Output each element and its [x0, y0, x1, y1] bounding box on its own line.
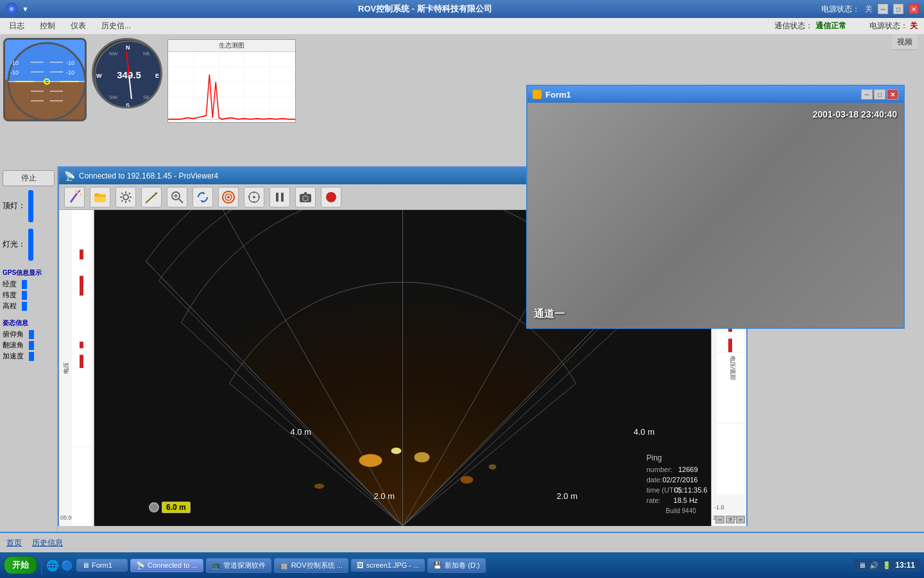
menu-instruments[interactable]: 仪表: [68, 19, 89, 33]
form1-max-btn[interactable]: □: [874, 89, 886, 100]
taskbar: 开始 🌐 🔵 🖥 Form1 📡 Connected to ... 📺 管道探测…: [0, 552, 924, 578]
menu-control[interactable]: 控制: [37, 19, 58, 33]
browser-icon[interactable]: 🔵: [61, 559, 74, 572]
menu-history[interactable]: 历史信...: [99, 19, 133, 33]
top-light-row: 顶灯：: [3, 189, 55, 222]
toolbar-pause-icon[interactable]: [270, 187, 290, 207]
toolbar-folder-icon[interactable]: [90, 187, 110, 207]
accel-row: 加速度: [3, 351, 55, 361]
power-status-value: 关: [865, 4, 873, 15]
svg-text:4.0 m: 4.0 m: [634, 427, 655, 437]
svg-text:12669: 12669: [678, 466, 698, 473]
power-status-menu: 电源状态： 关: [869, 21, 918, 31]
form1-min-btn[interactable]: ─: [861, 89, 873, 100]
longitude-label: 经度: [3, 279, 17, 289]
svg-text:E: E: [155, 73, 159, 79]
bottom-section: 首页 历史信息: [0, 532, 924, 552]
toolbar-crosshair-icon[interactable]: [244, 187, 264, 207]
title-bar-right: 电源状态： 关 ─ □ ✕: [821, 4, 919, 15]
toolbar-measure-icon[interactable]: [141, 187, 162, 207]
accel-label: 加速度: [3, 351, 24, 361]
svg-text:SE: SE: [143, 94, 150, 100]
svg-point-93: [461, 476, 474, 484]
lamp-slider[interactable]: [28, 229, 33, 261]
toolbar-antenna-icon[interactable]: [218, 187, 239, 207]
window-title: ROV控制系统 - 斯卡特科技有限公司: [358, 3, 492, 15]
video-label: 视频: [892, 35, 918, 50]
sonar-chart-title: 生态测图: [168, 40, 295, 52]
svg-text:4.0 m: 4.0 m: [291, 427, 312, 437]
chart-min-btn[interactable]: ─: [715, 516, 724, 523]
svg-text:date:: date:: [647, 476, 662, 484]
compass: N S E W NE NW SE SW 349.5: [92, 38, 162, 109]
attitude-section: 姿态信息 俯仰角 翻滚角 加速度: [3, 319, 55, 362]
svg-text:rate:: rate:: [647, 496, 661, 504]
chart-help-btn[interactable]: ?: [726, 516, 735, 523]
maximize-btn[interactable]: □: [893, 4, 903, 14]
history-nav[interactable]: 历史信息: [32, 538, 63, 548]
toolbar-record-icon[interactable]: [321, 187, 341, 207]
svg-rect-71: [276, 193, 278, 202]
home-nav[interactable]: 首页: [6, 538, 22, 548]
chart-extra-btn[interactable]: ─: [736, 516, 745, 523]
svg-rect-72: [281, 193, 284, 202]
svg-point-70: [253, 196, 255, 198]
svg-text:-10: -10: [10, 60, 19, 66]
form1-channel: 通道一: [534, 308, 565, 321]
toolbar-rotate-icon[interactable]: [193, 187, 213, 207]
latitude-label: 纬度: [3, 290, 17, 300]
svg-text:-10: -10: [66, 69, 74, 76]
power-status-label: 电源状态：: [821, 4, 860, 15]
form1-taskbar-icon: 🖥: [82, 561, 89, 569]
close-btn[interactable]: ✕: [909, 4, 919, 14]
ie-icon[interactable]: 🌐: [46, 559, 59, 572]
taskbar-tray: 🖥 🔊 🔋 13:11: [853, 559, 920, 572]
longitude-row: 经度: [3, 279, 55, 289]
toolbar-camera-icon[interactable]: [295, 187, 316, 207]
latitude-row: 纬度: [3, 290, 55, 300]
pitch-label: 俯仰角: [3, 329, 24, 339]
taskbar-drive[interactable]: 💾 新加卷 (D:): [427, 558, 485, 573]
svg-text:W: W: [96, 73, 102, 79]
svg-line-46: [78, 190, 80, 193]
svg-text:N: N: [126, 44, 130, 51]
right-y-bot: -1.0: [714, 504, 724, 511]
taskbar-sys-icons: 🌐 🔵: [46, 559, 74, 572]
svg-marker-60: [203, 191, 205, 194]
title-bar-left: ▼: [5, 3, 29, 15]
svg-rect-83: [80, 250, 83, 259]
top-light-slider[interactable]: [28, 190, 33, 222]
svg-point-1: [10, 7, 13, 11]
toolbar-magic-icon[interactable]: [64, 187, 85, 207]
toolbar-settings-icon[interactable]: [116, 187, 136, 207]
taskbar-form1[interactable]: 🖥 Form1: [76, 559, 128, 572]
svg-line-47: [75, 190, 76, 191]
toolbar-zoom-icon[interactable]: [167, 187, 187, 207]
start-button[interactable]: 开始: [4, 556, 37, 574]
svg-point-90: [359, 454, 382, 467]
pipeline-taskbar-icon: 📺: [212, 561, 221, 570]
taskbar-rov[interactable]: 🤖 ROV控制系统 ...: [274, 558, 348, 573]
comm-status: 通信状态： 通信正常: [774, 21, 846, 31]
svg-rect-81: [80, 342, 83, 348]
stop-button[interactable]: 停止: [3, 170, 55, 186]
proviewer-title-icon: 📡: [64, 171, 75, 181]
svg-text:02/27/2016: 02/27/2016: [662, 476, 697, 484]
svg-text:Ping: Ping: [647, 453, 662, 462]
svg-rect-49: [94, 194, 106, 202]
form1-close-btn[interactable]: ✕: [887, 89, 898, 100]
taskbar-connected[interactable]: 📡 Connected to ...: [130, 559, 203, 572]
minimize-btn[interactable]: ─: [878, 4, 888, 14]
tray-network-icon: 🖥: [859, 561, 866, 569]
svg-point-91: [415, 452, 430, 462]
gps-title: GPS信息显示: [3, 268, 55, 277]
longitude-bar: [22, 280, 27, 289]
roll-label: 翻滚角: [3, 340, 24, 350]
svg-rect-4: [5, 82, 87, 121]
taskbar-pipeline[interactable]: 📺 管道探测软件: [206, 558, 271, 573]
connected-taskbar-icon: 📡: [136, 561, 145, 570]
svg-point-50: [123, 195, 128, 200]
taskbar-screen[interactable]: 🖼 screen1.JPG - ...: [351, 559, 425, 572]
form1-title: Form1: [545, 90, 861, 100]
menu-log[interactable]: 日志: [6, 19, 27, 33]
